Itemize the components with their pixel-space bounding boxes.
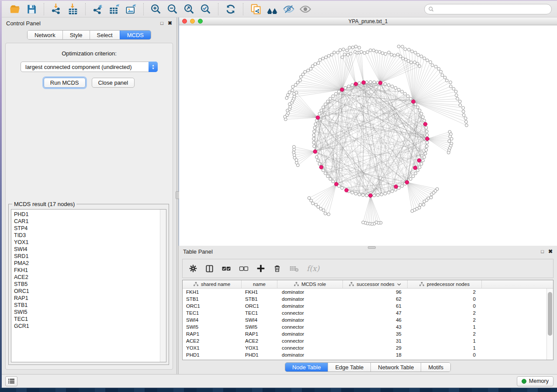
network-node [422, 203, 425, 206]
tab-select[interactable]: Select [90, 31, 120, 39]
import-table-icon[interactable] [67, 3, 79, 15]
criterion-dropdown[interactable]: largest connected component (undirected)… [21, 62, 158, 72]
tab-style[interactable]: Style [62, 31, 90, 39]
close-panel-button[interactable]: Close panel [92, 78, 135, 88]
select-all-icon[interactable] [221, 265, 231, 272]
float-panel-icon[interactable]: □ [541, 249, 544, 254]
tab-network[interactable]: Network [28, 31, 62, 39]
export-network-icon[interactable] [92, 3, 104, 15]
add-icon[interactable] [256, 264, 265, 273]
network-node [342, 48, 345, 51]
table-row[interactable]: TEC1TEC1connector472 [183, 309, 547, 316]
zoom-in-icon[interactable] [150, 3, 162, 15]
mcds-result-item[interactable]: PMA2 [14, 260, 166, 267]
table-row[interactable]: FKH1FKH1dominator962 [183, 289, 547, 296]
network-node [351, 84, 354, 87]
mcds-result-item[interactable]: TID3 [14, 232, 166, 239]
network-node [315, 155, 318, 158]
mcds-result-item[interactable]: CAR1 [14, 218, 166, 225]
mcds-result-item[interactable]: STP4 [14, 225, 166, 232]
hide-selected-icon[interactable] [283, 3, 295, 15]
float-panel-icon[interactable]: □ [160, 21, 163, 26]
mcds-result-item[interactable]: SWI5 [14, 309, 166, 316]
delete-icon[interactable] [273, 264, 281, 273]
table-cell: SWI4 [183, 317, 242, 323]
network-node [365, 81, 368, 84]
table-cell: PHD1 [183, 352, 242, 358]
gear-icon[interactable] [189, 264, 197, 273]
table-row[interactable]: ORC1ORC1dominator610 [183, 303, 547, 309]
export-table-icon[interactable] [108, 3, 121, 15]
panel-layout-button[interactable] [5, 376, 17, 386]
network-node [341, 56, 344, 59]
table-row[interactable]: PHD1PHD1dominator180 [183, 351, 547, 358]
network-node [424, 152, 427, 155]
zoom-fit-icon[interactable] [183, 3, 195, 15]
show-columns-icon[interactable] [205, 265, 214, 273]
network-node [426, 59, 429, 62]
mcds-result-item[interactable]: SWI4 [14, 246, 166, 253]
table-row[interactable]: STB1STB1dominator620 [183, 296, 547, 303]
deselect-all-icon[interactable] [239, 265, 249, 272]
mcds-result-list[interactable]: PHD1CAR1STP4TID3YOX1SWI4SRD1PMA2FKH1ACE2… [11, 209, 166, 362]
table-cell: SWI5 [183, 324, 242, 330]
network-node [318, 162, 321, 165]
copy-style-icon[interactable] [249, 3, 262, 15]
table-row[interactable]: SWI4SWI4dominator462 [183, 316, 547, 323]
table-scrollbar-thumb[interactable] [548, 292, 552, 336]
mcds-result-item[interactable]: STB1 [14, 302, 166, 309]
open-folder-icon[interactable] [9, 3, 21, 15]
close-panel-icon[interactable]: ✖ [548, 249, 553, 254]
memory-button[interactable]: Memory [517, 376, 554, 386]
network-node [313, 130, 316, 133]
network-node [322, 209, 325, 212]
tab-network-table[interactable]: Network Table [370, 363, 421, 371]
network-canvas[interactable] [179, 25, 557, 246]
node-table-body[interactable]: FKH1FKH1dominator962STB1STB1dominator620… [183, 289, 547, 360]
mcds-result-item[interactable]: GCR1 [14, 323, 166, 330]
column-header-predecessor-nodes[interactable]: predecessor nodes [408, 280, 482, 288]
export-image-icon[interactable] [125, 3, 137, 15]
table-row[interactable]: RAP1RAP1dominator352 [183, 330, 547, 337]
network-node [354, 192, 357, 195]
show-all-icon[interactable] [299, 3, 311, 15]
tab-edge-table[interactable]: Edge Table [328, 363, 370, 371]
tab-motifs[interactable]: Motifs [421, 363, 450, 371]
table-row[interactable]: SWI5SWI5connector431 [183, 323, 547, 330]
first-neighbors-icon[interactable] [266, 3, 278, 15]
search-input[interactable] [424, 4, 552, 14]
mcds-node [394, 185, 398, 189]
refresh-icon[interactable] [225, 3, 237, 15]
table-row[interactable]: ACE2ACE2connector311 [183, 337, 547, 344]
horizontal-splitter-grip[interactable] [368, 246, 376, 249]
sort-descending-icon [397, 283, 401, 286]
table-row[interactable]: YOX1YOX1connector291 [183, 344, 547, 351]
mcds-result-item[interactable]: PHD1 [14, 211, 166, 218]
tab-node-table[interactable]: Node Table [285, 363, 328, 371]
mcds-result-item[interactable]: RAP1 [14, 295, 166, 302]
mcds-result-item[interactable]: FKH1 [14, 267, 166, 274]
mcds-result-item[interactable]: STB5 [14, 281, 166, 288]
column-header-successor-nodes[interactable]: successor nodes [343, 280, 408, 288]
mcds-result-scrollbar[interactable] [160, 210, 166, 362]
column-header-mcds-role[interactable]: MCDS role [277, 280, 343, 288]
network-window-titlebar[interactable]: YPA_prune.txt_1 [179, 17, 557, 25]
zoom-out-icon[interactable] [166, 3, 179, 15]
run-mcds-button[interactable]: Run MCDS [44, 78, 86, 88]
mcds-result-item[interactable]: YOX1 [14, 239, 166, 246]
mcds-result-item[interactable]: SRD1 [14, 253, 166, 260]
column-header-name[interactable]: name [242, 280, 277, 288]
table-cell: YOX1 [183, 345, 242, 351]
zoom-selected-icon[interactable] [200, 3, 212, 15]
save-icon[interactable] [25, 3, 38, 15]
table-scrollbar[interactable] [547, 289, 553, 360]
network-node [404, 48, 407, 51]
mcds-result-item[interactable]: ACE2 [14, 274, 166, 281]
close-panel-icon[interactable]: ✖ [168, 21, 172, 26]
import-network-icon[interactable] [50, 3, 62, 15]
column-header-shared-name[interactable]: shared name [183, 280, 242, 288]
tab-mcds[interactable]: MCDS [120, 31, 151, 39]
mcds-result-item[interactable]: TEC1 [14, 316, 166, 323]
table-cell: 96 [343, 289, 408, 295]
mcds-result-item[interactable]: ORC1 [14, 288, 166, 295]
